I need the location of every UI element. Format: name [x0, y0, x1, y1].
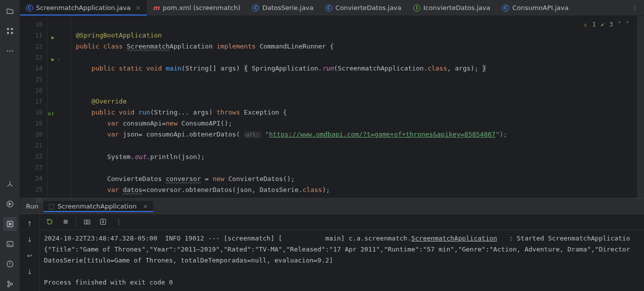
line-number[interactable]: 16 — [20, 85, 47, 96]
svg-point-4 — [6, 50, 8, 52]
run-config-tab[interactable]: ⬚ ScreenmatchApplication × — [43, 201, 153, 212]
console-line: DatosSerie[titulo=Game of Thrones, total… — [44, 255, 640, 266]
svg-point-11 — [7, 281, 9, 283]
line-number[interactable]: 15 — [20, 74, 47, 85]
console-output[interactable]: 2024-10-22T23:48:47.328-05:00 INFO 19012… — [40, 230, 644, 291]
up-arrow-icon[interactable]: ↑ — [24, 218, 35, 229]
tab-label: ScreenmatchApplication.java — [36, 4, 131, 12]
passed-count: 3 — [610, 19, 613, 30]
inspection-widget[interactable]: ⚠1 ✔3 ˄ ˅ — [584, 19, 629, 30]
run-toolbar: ⋮ — [40, 214, 644, 230]
warning-icon: ⚠ — [584, 19, 587, 30]
line-number[interactable]: 17 — [20, 96, 47, 107]
run-gutter-icon[interactable]: ▶ — [51, 54, 54, 65]
more-icon[interactable]: ⋮ — [113, 216, 124, 228]
override-gutter-icon[interactable]: o↑ — [48, 108, 54, 120]
tabs-more-icon[interactable]: ⋮ — [626, 0, 644, 16]
tab-label: IconvierteDatos.java — [423, 4, 490, 12]
run-gutter-icon[interactable]: ▶ — [51, 32, 54, 43]
editor: 1011▶1213▶›1415161718o↑1920212223242526 … — [20, 16, 644, 198]
project-tool-icon[interactable] — [3, 4, 17, 18]
console-link[interactable]: ScreenmatchApplication — [411, 234, 497, 242]
services-tool-icon[interactable] — [3, 197, 17, 211]
tab-conviertedatos.java[interactable]: CConvierteDatos.java — [320, 0, 407, 16]
chevron-up-icon[interactable]: ˄ — [618, 19, 621, 30]
screenshot-icon[interactable] — [81, 216, 92, 228]
line-number[interactable]: 25 — [20, 184, 47, 195]
line-number[interactable]: 14 — [20, 63, 47, 74]
close-icon[interactable]: × — [140, 202, 148, 210]
class-icon: C — [252, 4, 259, 12]
structure-tool-icon[interactable] — [3, 24, 17, 38]
svg-point-12 — [7, 285, 9, 287]
console-line: 2024-10-22T23:48:47.328-05:00 INFO 19012… — [44, 233, 640, 244]
class-icon: C — [325, 4, 332, 12]
line-number[interactable]: 20 — [20, 129, 47, 140]
check-icon: ✔ — [601, 19, 605, 30]
line-number[interactable]: 12 — [20, 41, 47, 52]
line-number[interactable]: 19 — [20, 118, 47, 129]
svg-point-16 — [86, 221, 88, 224]
run-panel: ↑ ↓ ↩ ⤓ ⋮ 2024-10-2 — [20, 214, 644, 291]
more-tool-icon[interactable] — [3, 44, 17, 58]
line-number[interactable]: 11▶ — [20, 30, 47, 41]
svg-point-6 — [11, 50, 13, 52]
console-line: {"Title":"Game of Thrones","Year":"2011–… — [44, 244, 640, 255]
down-arrow-icon[interactable]: ↓ — [24, 234, 35, 245]
tab-screenmatchapplication.java[interactable]: CScreenmatchApplication.java× — [20, 0, 147, 16]
interface-icon: I — [413, 4, 420, 12]
annotation: @SpringBootApplication — [76, 32, 162, 39]
left-tool-rail — [0, 0, 20, 291]
line-number[interactable]: 23 — [20, 162, 47, 173]
rerun-icon[interactable] — [44, 216, 55, 228]
line-number[interactable]: 18o↑ — [20, 107, 47, 118]
class-icon: C — [502, 4, 509, 12]
tab-pom.xml (screenmatch)[interactable]: mpom.xml (screenmatch) — [147, 0, 247, 16]
chevron-down-icon[interactable]: ˅ — [626, 19, 629, 30]
run-tool-icon[interactable] — [3, 217, 17, 231]
warning-count: 1 — [592, 19, 596, 30]
close-icon[interactable]: × — [134, 4, 141, 12]
stop-icon[interactable] — [60, 216, 71, 228]
terminal-tool-icon[interactable] — [3, 237, 17, 251]
gutter-icon-strip — [48, 16, 71, 198]
line-number[interactable]: 21 — [20, 140, 47, 151]
svg-rect-1 — [11, 28, 13, 30]
svg-rect-9 — [7, 242, 13, 246]
problems-tool-icon[interactable] — [3, 257, 17, 271]
line-number[interactable]: 22 — [20, 151, 47, 162]
tab-datosserie.java[interactable]: CDatosSerie.java — [246, 0, 319, 16]
export-icon[interactable] — [97, 216, 108, 228]
app-icon: ⬚ — [48, 202, 54, 210]
tab-label: pom.xml (screenmatch) — [163, 4, 241, 12]
class-icon: C — [26, 4, 33, 12]
svg-rect-14 — [63, 220, 67, 224]
scroll-end-icon[interactable]: ⤓ — [24, 266, 35, 277]
error-stripe[interactable] — [637, 16, 644, 198]
code-area[interactable]: ⚠1 ✔3 ˄ ˅ @SpringBootApplication public … — [71, 16, 637, 198]
editor-tabs: CScreenmatchApplication.java×mpom.xml (s… — [20, 0, 644, 16]
line-number[interactable]: 24 — [20, 173, 47, 184]
vcs-tool-icon[interactable] — [3, 277, 17, 291]
soft-wrap-icon[interactable]: ↩ — [24, 250, 35, 261]
svg-point-5 — [9, 50, 10, 52]
line-gutter[interactable]: 1011▶1213▶›1415161718o↑1920212223242526 — [20, 16, 48, 198]
run-header: Run ⬚ ScreenmatchApplication × — [20, 198, 644, 214]
console-line — [44, 266, 640, 277]
tab-iconviertedatos.java[interactable]: IIconvierteDatos.java — [407, 0, 496, 16]
maven-icon: m — [153, 4, 160, 12]
tab-consumoapi.java[interactable]: CConsumoAPI.java — [496, 0, 575, 16]
run-config-label: ScreenmatchApplication — [57, 202, 136, 210]
line-number[interactable]: 10 — [20, 19, 47, 30]
line-number[interactable]: 13▶› — [20, 52, 47, 63]
chevron-right-icon[interactable]: › — [57, 54, 60, 65]
build-tool-icon[interactable] — [3, 177, 17, 191]
run-side-tools: ↑ ↓ ↩ ⤓ — [20, 214, 40, 291]
tab-label: ConvierteDatos.java — [335, 4, 401, 12]
svg-rect-2 — [7, 32, 9, 34]
svg-point-13 — [10, 283, 12, 285]
svg-rect-3 — [11, 32, 13, 34]
console-line: Process finished with exit code 0 — [44, 277, 640, 288]
tab-label: ConsumoAPI.java — [512, 4, 569, 12]
svg-rect-0 — [7, 28, 9, 30]
